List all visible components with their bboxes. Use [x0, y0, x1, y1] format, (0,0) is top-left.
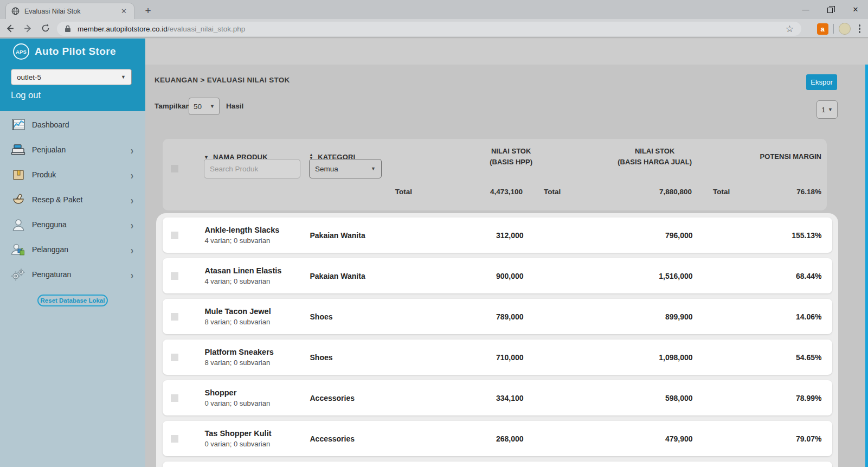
search-input[interactable]: [204, 159, 300, 178]
sidebar-item-produk[interactable]: Produk ›: [0, 162, 145, 187]
product-variants: 4 varian; 0 subvarian: [205, 277, 310, 285]
potential-margin: 14.06%: [693, 312, 822, 321]
product-name: Tas Shopper Kulit: [205, 429, 310, 438]
potential-margin: 54.65%: [693, 353, 822, 362]
potential-margin: 78.99%: [693, 394, 822, 402]
row-checkbox[interactable]: [171, 394, 178, 402]
sidebar-item-dashboard[interactable]: Dashboard: [0, 112, 145, 137]
table-row[interactable]: Tas Shopper Kulit 0 varian; 0 subvarian …: [163, 421, 832, 456]
total-hpp-value: 4,473,100: [412, 188, 523, 196]
chevron-right-icon: ›: [131, 194, 133, 206]
potential-margin: 155.13%: [693, 231, 822, 240]
sidebar-header: APS Auto Pilot Store outlet-5 ▼ Log out: [0, 39, 145, 111]
stock-value-hpp: 900,000: [413, 272, 524, 280]
total-label: Total: [713, 188, 730, 196]
bookmark-star-icon[interactable]: ☆: [786, 23, 794, 35]
row-checkbox[interactable]: [171, 313, 178, 321]
mortar-pestle-icon: [11, 193, 25, 207]
forward-button[interactable]: [20, 21, 36, 36]
chevron-right-icon: ›: [131, 268, 133, 280]
results-label: Hasil: [226, 102, 243, 110]
stock-value-hpp: 334,100: [413, 394, 524, 402]
minimize-button[interactable]: —: [793, 0, 818, 19]
row-checkbox[interactable]: [171, 272, 178, 280]
chevron-down-icon: ▼: [371, 166, 376, 171]
total-margin-value: 76.18%: [796, 188, 821, 196]
chevron-down-icon: ▼: [121, 74, 126, 80]
new-tab-button[interactable]: +: [141, 4, 155, 17]
sidebar-item-label: Produk: [32, 170, 131, 179]
select-all-checkbox[interactable]: [171, 165, 178, 172]
product-variants: 4 varian; 0 subvarian: [205, 236, 310, 245]
total-sale-value: 7,880,800: [659, 188, 692, 196]
table-row[interactable]: Shopper 0 varian; 0 subvarian Accessorie…: [163, 380, 832, 415]
address-bar[interactable]: member.autopilotstore.co.id/evaluasi_nil…: [57, 22, 801, 36]
sidebar-item-pelanggan[interactable]: Pelanggan ›: [0, 237, 145, 262]
chevron-down-icon: ▼: [828, 107, 833, 112]
table-header-panel: ▼ NAMA PRODUK ▲▼ KATEGORI NILAI STOK(BAS…: [163, 139, 827, 210]
product-name: Platform Sneakers: [205, 348, 310, 356]
chevron-down-icon: ▼: [210, 104, 215, 109]
sidebar-item-resep-paket[interactable]: Resep & Paket ›: [0, 187, 145, 212]
product-name: Atasan Linen Elastis: [205, 266, 310, 275]
row-checkbox[interactable]: [171, 435, 178, 443]
product-category: Pakaian Wanita: [310, 231, 413, 240]
product-category: Pakaian Wanita: [310, 272, 413, 280]
tab-close-icon[interactable]: ✕: [119, 7, 128, 15]
restore-button[interactable]: [818, 0, 843, 19]
url-domain: member.autopilotstore.co.id: [78, 25, 168, 33]
chevron-right-icon: ›: [131, 169, 133, 181]
table-rows-container: Ankle-length Slacks 4 varian; 0 subvaria…: [156, 213, 838, 467]
browser-tab[interactable]: Evaluasi Nilai Stok ✕: [5, 3, 134, 19]
page-number-select[interactable]: 1 ▼: [816, 100, 838, 119]
reset-database-button[interactable]: Reset Database Lokal: [37, 295, 108, 306]
close-button[interactable]: ✕: [843, 0, 868, 19]
category-filter-value: Semua: [315, 165, 338, 173]
total-label: Total: [309, 188, 412, 196]
extension-icon[interactable]: a: [817, 23, 828, 35]
total-label: Total: [544, 188, 561, 196]
product-category: Shoes: [310, 312, 413, 321]
browser-toolbar: member.autopilotstore.co.id/evaluasi_nil…: [0, 19, 868, 38]
stock-value-hpp: 789,000: [413, 312, 524, 321]
menu-dots-icon[interactable]: [856, 24, 864, 33]
table-row[interactable]: Platform Sneakers 8 varian; 0 subvarian …: [163, 340, 832, 375]
table-row[interactable]: [163, 462, 832, 467]
sidebar-item-pengguna[interactable]: Pengguna ›: [0, 212, 145, 237]
outlet-select[interactable]: outlet-5 ▼: [11, 69, 132, 85]
sidebar-item-pengaturan[interactable]: Pengaturan ›: [0, 262, 145, 287]
export-button[interactable]: Ekspor: [806, 74, 837, 90]
chevron-right-icon: ›: [131, 144, 133, 156]
stock-value-sale: 899,900: [524, 312, 693, 321]
lock-icon: [65, 25, 71, 33]
product-variants: 8 varian; 0 subvarian: [205, 359, 310, 367]
browser-window: Evaluasi Nilai Stok ✕ + — ✕ member.autop…: [0, 0, 868, 467]
product-variants: 0 varian; 0 subvarian: [205, 399, 310, 407]
sidebar-item-label: Pelanggan: [32, 245, 131, 254]
cash-register-icon: [11, 143, 25, 157]
back-button[interactable]: [2, 21, 18, 36]
browser-titlebar: Evaluasi Nilai Stok ✕ + — ✕: [0, 0, 868, 19]
row-checkbox[interactable]: [171, 232, 178, 239]
logout-link[interactable]: Log out: [11, 90, 41, 100]
product-category: Shoes: [310, 353, 413, 362]
profile-avatar[interactable]: [839, 23, 851, 35]
sidebar-item-penjualan[interactable]: Penjualan ›: [0, 137, 145, 162]
category-filter-select[interactable]: Semua ▼: [309, 159, 382, 178]
product-category: Accessories: [310, 434, 413, 443]
table-row[interactable]: Atasan Linen Elastis 4 varian; 0 subvari…: [163, 258, 832, 293]
user-icon: [11, 217, 25, 232]
page-size-select[interactable]: 50 ▼: [189, 98, 220, 115]
reload-button[interactable]: [37, 21, 54, 36]
page-number-value: 1: [821, 106, 826, 114]
table-row[interactable]: Mule Tacon Jewel 8 varian; 0 subvarian S…: [163, 299, 832, 334]
potential-margin: 68.44%: [693, 272, 822, 280]
table-row[interactable]: Ankle-length Slacks 4 varian; 0 subvaria…: [163, 217, 832, 253]
sidebar-item-label: Penjualan: [32, 145, 131, 154]
page-scrollbar[interactable]: [865, 65, 868, 467]
sidebar-menu: Dashboard Penjualan › Produk ›: [0, 111, 145, 467]
window-controls: — ✕: [793, 0, 868, 19]
row-checkbox[interactable]: [171, 354, 178, 361]
toolbar-right: a: [817, 22, 864, 36]
stock-value-sale: 796,000: [524, 231, 693, 240]
